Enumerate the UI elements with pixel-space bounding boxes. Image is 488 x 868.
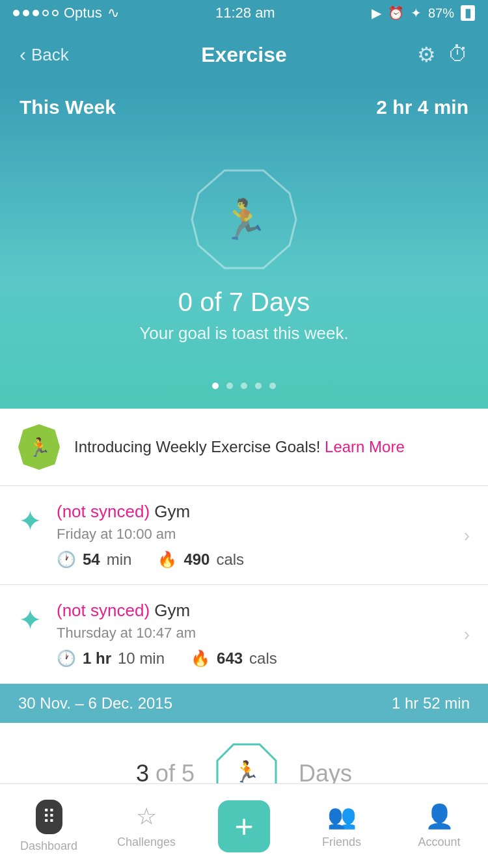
exercise-item-1[interactable]: ✦ (not synced) Gym Friday at 10:00 am 🕐 … xyxy=(0,486,488,585)
chevron-right-icon-2: › xyxy=(464,624,470,645)
stopwatch-icon[interactable]: ⏱ xyxy=(448,42,468,67)
week-total-time: 1 hr 52 min xyxy=(392,694,470,712)
back-label: Back xyxy=(31,45,69,65)
add-icon: + xyxy=(218,800,270,852)
bluetooth-icon: ✦ xyxy=(411,5,422,21)
hero-center: 🏃 0 of 7 Days Your goal is toast this we… xyxy=(20,125,468,383)
exercise-stats-2: 🕐 1 hr 10 min 🔥 643 cals xyxy=(57,649,450,668)
prev-count-of: of 5 xyxy=(156,760,195,787)
duration-unit-2: 10 min xyxy=(118,649,165,668)
exercise-title-1: (not synced) Gym xyxy=(57,502,450,522)
not-synced-label-1: (not synced) xyxy=(57,502,154,521)
promo-text: Introducing Weekly Exercise Goals! Learn… xyxy=(74,436,405,458)
promo-shield-icon: 🏃 xyxy=(18,424,60,470)
clock-icon-1: 🕐 xyxy=(57,550,76,569)
exercise-figure-icon-1: ✦ xyxy=(18,504,42,537)
learn-more-link[interactable]: Learn More xyxy=(325,438,405,455)
signal-dot-4 xyxy=(42,10,49,16)
exercise-info-1: (not synced) Gym Friday at 10:00 am 🕐 54… xyxy=(57,502,450,569)
settings-icon[interactable]: ⚙ xyxy=(417,42,436,67)
duration-value-2: 1 hr xyxy=(83,649,111,668)
exercise-info-2: (not synced) Gym Thursday at 10:47 am 🕐 … xyxy=(57,601,450,668)
challenges-icon: ☆ xyxy=(136,803,157,830)
tab-friends[interactable]: 👥 Friends xyxy=(293,784,390,868)
time-label: 11:28 am xyxy=(215,5,275,21)
dashboard-icon: ⠿ xyxy=(36,800,62,834)
status-right: ▶ ⏰ ✦ 87% ▮ xyxy=(372,5,475,21)
calorie-unit-2: cals xyxy=(249,649,277,668)
page-dot-3 xyxy=(241,383,247,389)
exercise-name-1: Gym xyxy=(154,502,190,521)
calorie-value-1: 490 xyxy=(183,550,210,569)
wifi-icon: ∿ xyxy=(107,5,119,21)
week-row: This Week 2 hr 4 min xyxy=(20,83,468,125)
days-count: 0 of 7 Days xyxy=(178,288,310,317)
clock-icon-2: 🕐 xyxy=(57,649,76,668)
exercise-title-2: (not synced) Gym xyxy=(57,601,450,621)
status-bar: Optus ∿ 11:28 am ▶ ⏰ ✦ 87% ▮ xyxy=(0,0,488,26)
tab-add[interactable]: + xyxy=(195,784,293,868)
chevron-left-icon: ‹ xyxy=(20,44,26,66)
exercise-item-2[interactable]: ✦ (not synced) Gym Thursday at 10:47 am … xyxy=(0,585,488,684)
exercise-stats-1: 🕐 54 min 🔥 490 cals xyxy=(57,550,450,569)
signal-dot-5 xyxy=(52,10,59,16)
flame-icon-1: 🔥 xyxy=(157,550,177,569)
prev-count-num: 3 xyxy=(136,760,156,787)
carrier-label: Optus xyxy=(64,5,102,21)
signal-dot-1 xyxy=(13,10,20,16)
page-indicator xyxy=(20,383,468,409)
duration-stat-1: 🕐 54 min xyxy=(57,550,131,569)
battery-label: 87% xyxy=(428,6,454,21)
page-dot-4 xyxy=(255,383,262,389)
status-left: Optus ∿ xyxy=(13,5,119,21)
tab-friends-label: Friends xyxy=(322,835,361,849)
tab-account[interactable]: 👤 Account xyxy=(390,784,488,868)
page-title: Exercise xyxy=(201,43,287,67)
account-icon: 👤 xyxy=(425,803,454,830)
battery-icon: ▮ xyxy=(461,5,475,21)
page-dot-2 xyxy=(226,383,233,389)
tab-bar: ⠿ Dashboard ☆ Challenges + 👥 Friends 👤 A… xyxy=(0,783,488,868)
signal-dot-2 xyxy=(23,10,29,16)
calorie-stat-1: 🔥 490 cals xyxy=(157,550,244,569)
duration-unit-1: min xyxy=(107,550,132,569)
exercise-figure-icon-2: ✦ xyxy=(18,603,42,636)
alarm-icon: ⏰ xyxy=(388,5,404,21)
duration-stat-2: 🕐 1 hr 10 min xyxy=(57,649,165,668)
promo-banner[interactable]: 🏃 Introducing Weekly Exercise Goals! Lea… xyxy=(0,409,488,486)
exercise-day-2: Thursday at 10:47 am xyxy=(57,625,450,642)
calorie-stat-2: 🔥 643 cals xyxy=(191,649,277,668)
chevron-right-icon-1: › xyxy=(464,525,470,546)
back-button[interactable]: ‹ Back xyxy=(20,44,69,66)
hero-section: This Week 2 hr 4 min 🏃 0 of 7 Days Your … xyxy=(0,83,488,409)
exercise-day-1: Friday at 10:00 am xyxy=(57,526,450,543)
signal-dots xyxy=(13,10,59,16)
tab-challenges[interactable]: ☆ Challenges xyxy=(98,784,195,868)
svg-text:🏃: 🏃 xyxy=(234,759,260,784)
nav-bar: ‹ Back Exercise ⚙ ⏱ xyxy=(0,26,488,83)
date-range-label: 30 Nov. – 6 Dec. 2015 xyxy=(18,694,172,712)
this-week-label: This Week xyxy=(20,96,116,118)
running-icon: 🏃 xyxy=(220,197,269,243)
nav-icons: ⚙ ⏱ xyxy=(417,42,468,67)
promo-main-text: Introducing Weekly Exercise Goals! xyxy=(74,438,325,455)
tab-dashboard-label: Dashboard xyxy=(20,839,77,853)
tab-dashboard[interactable]: ⠿ Dashboard xyxy=(0,784,98,868)
calorie-value-2: 643 xyxy=(217,649,243,668)
location-icon: ▶ xyxy=(372,5,381,21)
week-separator: 30 Nov. – 6 Dec. 2015 1 hr 52 min xyxy=(0,684,488,723)
signal-dot-3 xyxy=(33,10,39,16)
content-section: 🏃 Introducing Weekly Exercise Goals! Lea… xyxy=(0,409,488,824)
hero-subtitle: Your goal is toast this week. xyxy=(139,323,348,344)
exercise-badge: 🏃 xyxy=(189,164,299,275)
tab-account-label: Account xyxy=(418,835,460,849)
not-synced-label-2: (not synced) xyxy=(57,601,154,620)
tab-challenges-label: Challenges xyxy=(117,835,176,849)
page-dot-5 xyxy=(269,383,276,389)
week-time: 2 hr 4 min xyxy=(376,96,468,118)
exercise-name-2: Gym xyxy=(154,601,190,620)
page-dot-1 xyxy=(212,383,219,389)
duration-value-1: 54 xyxy=(83,550,100,569)
calorie-unit-1: cals xyxy=(216,550,244,569)
friends-icon: 👥 xyxy=(327,803,357,830)
